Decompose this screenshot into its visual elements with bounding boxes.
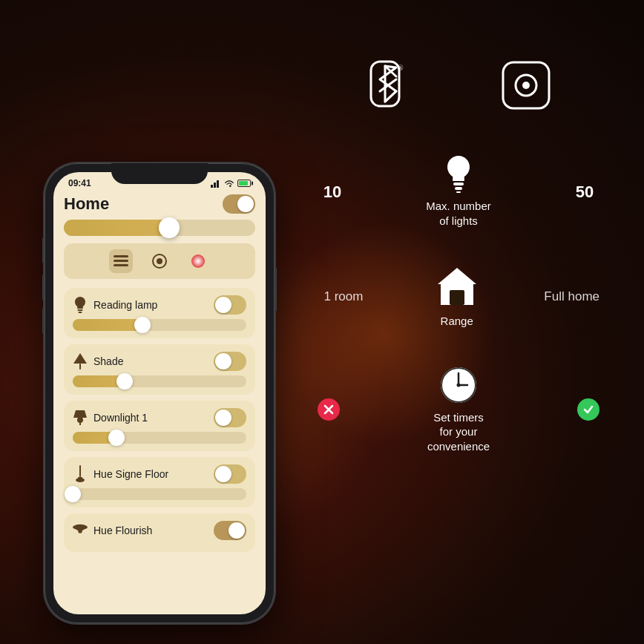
timers-row: Set timers for your convenience xyxy=(318,366,599,454)
svg-rect-3 xyxy=(114,255,128,257)
app-header: Home xyxy=(64,194,255,214)
svg-rect-5 xyxy=(114,264,128,266)
info-panel: ® 10 Max. number of lights xyxy=(318,59,599,453)
range-icon xyxy=(435,265,479,308)
light-name: Reading lamp xyxy=(93,299,157,311)
bridge-icon xyxy=(500,59,552,111)
bridge-block xyxy=(500,59,552,111)
light-toggle[interactable] xyxy=(214,521,246,540)
range-row: 1 room Range Full home xyxy=(318,265,599,329)
svg-rect-11 xyxy=(79,364,81,369)
svg-rect-2 xyxy=(217,180,219,188)
svg-rect-9 xyxy=(78,309,83,311)
light-name: Hue Flourish xyxy=(93,525,152,536)
range-feature: Range xyxy=(369,265,544,329)
min-lights-value: 10 xyxy=(318,183,347,202)
timers-label: Set timers for your convenience xyxy=(427,410,490,454)
timer-icon xyxy=(439,366,478,404)
range-right-label: Full home xyxy=(544,289,599,304)
max-lights-value: 50 xyxy=(570,183,599,202)
check-icon xyxy=(577,398,599,421)
light-item: Hue Signe Floor xyxy=(64,457,255,507)
svg-point-8 xyxy=(191,254,205,268)
svg-point-12 xyxy=(77,417,83,423)
max-lights-icon xyxy=(447,156,470,193)
floor-lamp-icon xyxy=(73,465,88,483)
shade-icon xyxy=(73,352,88,370)
svg-rect-1 xyxy=(214,183,216,188)
light-slider[interactable] xyxy=(73,375,246,387)
svg-point-35 xyxy=(457,383,461,387)
light-toggle[interactable] xyxy=(214,408,246,427)
bluetooth-icon: ® xyxy=(365,60,405,111)
svg-point-18 xyxy=(78,529,82,533)
svg-rect-4 xyxy=(114,260,128,262)
top-icons-row: ® xyxy=(318,59,599,111)
range-left-label: 1 room xyxy=(318,289,369,304)
status-icons xyxy=(211,180,251,188)
light-slider[interactable] xyxy=(73,432,246,444)
light-item: Downlight 1 xyxy=(64,401,255,451)
light-item: Shade xyxy=(64,344,255,395)
bulb-icon xyxy=(73,296,88,314)
light-name: Hue Signe Floor xyxy=(93,468,168,480)
tab-color[interactable] xyxy=(186,249,210,273)
view-tabs xyxy=(64,243,255,279)
home-toggle[interactable] xyxy=(223,194,255,214)
svg-point-7 xyxy=(157,258,162,264)
timers-feature: Set timers for your convenience xyxy=(340,366,577,454)
bluetooth-block: ® xyxy=(365,60,405,111)
max-lights-row: 10 Max. number of lights 50 xyxy=(318,156,599,228)
svg-rect-10 xyxy=(79,312,82,313)
max-lights-feature: Max. number of lights xyxy=(347,156,570,228)
svg-rect-24 xyxy=(453,183,464,185)
range-label: Range xyxy=(441,314,473,329)
svg-rect-14 xyxy=(79,465,81,477)
light-slider[interactable] xyxy=(73,488,246,500)
svg-rect-25 xyxy=(455,187,462,190)
downlight-icon xyxy=(73,409,88,427)
svg-text:®: ® xyxy=(398,64,404,72)
app-content: Home xyxy=(53,188,266,552)
signal-icon xyxy=(211,180,221,188)
light-name: Downlight 1 xyxy=(93,412,148,424)
tab-scenes[interactable] xyxy=(148,249,171,273)
cross-icon xyxy=(318,398,340,421)
light-name: Shade xyxy=(93,355,123,367)
phone-notch xyxy=(111,163,208,184)
light-slider[interactable] xyxy=(73,319,246,331)
svg-rect-0 xyxy=(211,185,213,188)
light-item: Reading lamp xyxy=(64,288,255,338)
light-toggle[interactable] xyxy=(214,352,246,371)
light-toggle[interactable] xyxy=(214,464,246,484)
light-item: Hue Flourish xyxy=(64,513,255,552)
tab-list[interactable] xyxy=(109,249,133,273)
battery-icon xyxy=(237,180,251,187)
ceiling-icon xyxy=(73,522,88,539)
svg-rect-16 xyxy=(78,477,82,480)
phone-screen: 09:41 xyxy=(53,172,266,614)
phone-mockup: 09:41 xyxy=(45,163,275,623)
svg-rect-26 xyxy=(456,191,461,193)
status-time: 09:41 xyxy=(68,178,91,188)
svg-point-23 xyxy=(522,82,530,89)
wifi-icon xyxy=(224,180,234,188)
app-title: Home xyxy=(64,194,109,214)
max-lights-label: Max. number of lights xyxy=(426,199,491,228)
brightness-slider[interactable] xyxy=(64,220,255,236)
lights-list: Reading lamp xyxy=(64,288,255,552)
svg-rect-27 xyxy=(450,290,464,305)
phone-frame: 09:41 xyxy=(45,163,275,623)
light-toggle[interactable] xyxy=(214,295,246,315)
